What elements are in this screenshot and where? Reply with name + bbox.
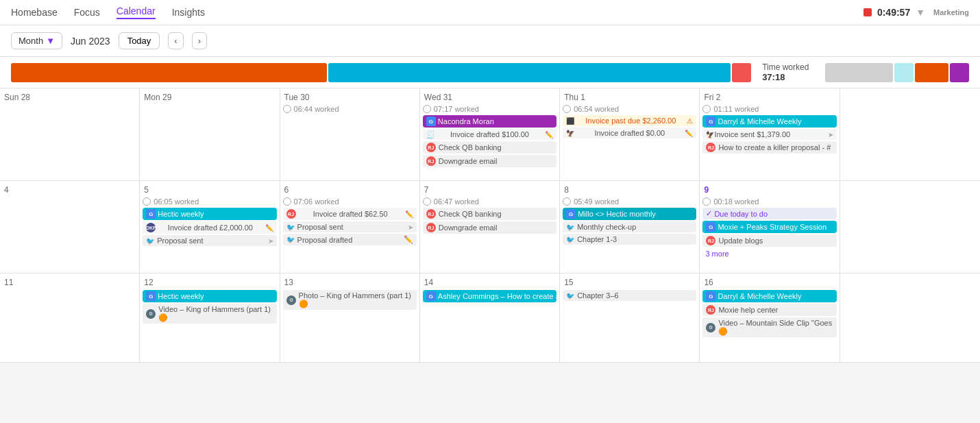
invoice-5[interactable]: DKP Invoice drafted £2,000.00 ✏️ (143, 221, 276, 234)
day-7: 7 (423, 185, 556, 195)
event-ashley-14[interactable]: G Ashley Cummings – How to create a (423, 290, 556, 302)
invoice-pastdue-thu1[interactable]: ⬛ Invoice past due $2,260.00 ⚠ (563, 115, 696, 126)
g-icon-nacondra: G (426, 117, 436, 126)
task-video-12[interactable]: ⚙ Video – King of Hammers (part 1) 🟠 (143, 304, 276, 324)
day-16: 16 (702, 278, 836, 287)
edit-icon-6: ✏️ (405, 210, 413, 218)
day-wed31: Wed 31 (423, 93, 556, 102)
clock-icon-tue30 (283, 105, 291, 113)
task-monthly-8[interactable]: 🐦 Monthly check-up (563, 221, 696, 232)
event-moxie-9[interactable]: G Moxie + Peaks Strategy Session (702, 221, 836, 233)
task-downgrade-wed31[interactable]: RJ Downgrade email (423, 155, 556, 167)
day-fri2: Fri 2 (702, 93, 836, 102)
task-checkqb-7[interactable]: RJ Check QB banking (423, 208, 556, 220)
invoice-fri2-sent[interactable]: 🦅 Invoice sent $1,379.00 ➤ (702, 129, 836, 140)
cell-empty-w1 (840, 88, 980, 181)
day-tue30: Tue 30 (283, 93, 417, 102)
event-due-9[interactable]: ✓ Due today to do (702, 208, 836, 219)
event-nacondra[interactable]: G Nacondra Moran (423, 115, 556, 128)
worked-8: 05:49 worked (574, 197, 619, 206)
worked-5: 06:05 worked (154, 197, 199, 206)
avatar-rj-wed31-1: RJ (426, 143, 436, 152)
more-link-9[interactable]: 3 more (702, 248, 836, 259)
nav-homebase[interactable]: Homebase (11, 7, 58, 18)
event-darryl-16[interactable]: G Darryl & Michelle Weekly (702, 290, 836, 302)
task-chapter-8[interactable]: 🐦 Chapter 1-3 (563, 234, 696, 245)
event-hectic-5[interactable]: G Hectic weekly (143, 208, 276, 220)
nav-insights[interactable]: Insights (172, 7, 205, 18)
cell-4: 4 (0, 181, 140, 274)
nav-focus[interactable]: Focus (74, 7, 100, 18)
event-moxie-9-label: Moxie + Peaks Strategy Session (718, 223, 826, 231)
cell-wed31: Wed 31 07:17 worked G Nacondra Moran 🧾 I… (420, 88, 560, 181)
event-hectic-5-label: Hectic weekly (158, 210, 204, 218)
time-bar-red (732, 63, 751, 82)
current-date-label: Jun 2023 (71, 36, 110, 47)
view-arrow: ▼ (46, 36, 55, 46)
time-bar-purple (950, 63, 969, 82)
event-hectic-12[interactable]: G Hectic weekly (143, 290, 276, 302)
event-millo-8[interactable]: G Millo <> Hectic monthly (563, 208, 696, 220)
time-8: 05:49 worked (563, 197, 696, 206)
invoice-thu1-1[interactable]: 🦅 Invoice drafted $0.00 ✏️ (563, 128, 696, 138)
event-darryl-16-label: Darryl & Michelle Weekly (718, 292, 801, 300)
task-downgrade-7[interactable]: RJ Downgrade email (423, 221, 556, 234)
prev-button[interactable]: ‹ (168, 32, 183, 49)
task-checkqb-wed31[interactable]: RJ Check QB banking (423, 141, 556, 154)
avatar-rj-fri2: RJ (706, 143, 715, 152)
task-chapter-15[interactable]: 🐦 Chapter 3–6 (563, 290, 696, 301)
task-proposal-sent-6[interactable]: 🐦 Proposal sent ➤ (283, 221, 417, 232)
rj-avatar-7a: RJ (426, 209, 436, 219)
task-proposal-fri2-label: How to create a killer proposal - # (718, 143, 831, 152)
day-9: 9 (702, 185, 836, 195)
invoice-wed31-1[interactable]: 🧾 Invoice drafted $100.00 ✏️ (423, 129, 556, 140)
calendar-week1: Sun 28 Mon 29 Tue 30 06:44 worked Wed 31… (0, 88, 980, 181)
send-icon-fri2: ➤ (828, 131, 833, 138)
cell-sun28: Sun 28 (0, 88, 140, 181)
task-chapter-15-label: Chapter 3–6 (577, 291, 619, 300)
nav-calendar[interactable]: Calendar (117, 5, 156, 19)
task-moxie-16[interactable]: RJ Moxie help center (702, 304, 836, 316)
send-icon-5: ➤ (268, 237, 273, 245)
next-button[interactable]: › (192, 32, 207, 49)
clock-icon-thu1 (563, 105, 571, 113)
bird-icon-6b: 🐦 (286, 236, 295, 243)
time-thu1: 06:54 worked (563, 105, 696, 113)
bird-icon-5: 🐦 (146, 237, 154, 245)
worked-thu1: 06:54 worked (574, 105, 619, 113)
invoice-5-label: Invoice drafted £2,000.00 (168, 223, 253, 232)
invoice-pastdue-label: Invoice past due $2,260.00 (585, 117, 676, 125)
day-12: 12 (143, 278, 276, 287)
day-15: 15 (563, 278, 696, 287)
day-4: 4 (3, 185, 136, 195)
time-tue30: 06:44 worked (283, 105, 417, 113)
invoice-warn-icon: ⬛ (566, 117, 574, 125)
today-button[interactable]: Today (119, 32, 160, 49)
timer-dot (863, 8, 872, 16)
time-bar-orange-left (11, 63, 327, 82)
cell-16: 16 G Darryl & Michelle Weekly RJ Moxie h… (700, 274, 840, 363)
task-video-16[interactable]: ⚙ Video – Mountain Side Clip "Goes 🟠 (702, 317, 836, 337)
cell-empty-w3 (840, 274, 980, 363)
clock-icon-8 (563, 197, 571, 206)
event-darryl-fri2[interactable]: G Darryl & Michelle Weekly (702, 115, 836, 128)
invoice-6[interactable]: RJ Invoice drafted $62.50 ✏️ (283, 208, 417, 220)
g-icon-14: G (426, 291, 436, 301)
worked-tue30: 06:44 worked (294, 105, 339, 113)
time-bar-gray (825, 63, 892, 82)
view-label: Month (19, 36, 43, 46)
task-proposal-5-label: Proposal sent (157, 237, 203, 245)
task-proposal-5[interactable]: 🐦 Proposal sent ➤ (143, 235, 276, 246)
view-selector[interactable]: Month ▼ (11, 32, 62, 49)
clock-icon-7 (423, 197, 431, 206)
task-blogs-9[interactable]: RJ Update blogs (702, 234, 836, 247)
day-thu1: Thu 1 (563, 93, 696, 102)
top-nav: Homebase Focus Calendar Insights 0:49:57… (0, 0, 980, 25)
time-5: 06:05 worked (143, 197, 276, 206)
task-photo-13[interactable]: ⚙ Photo – King of Hammers (part 1) 🟠 (283, 290, 417, 310)
circle-avatar-16: ⚙ (706, 323, 715, 333)
task-proposal-drafted-6[interactable]: 🐦 Proposal drafted ✏️ (283, 234, 417, 245)
task-proposal-fri2[interactable]: RJ How to create a killer proposal - # (702, 141, 836, 154)
time-bar: Time worked 37:18 (0, 57, 980, 88)
clock-icon-9 (702, 197, 711, 206)
